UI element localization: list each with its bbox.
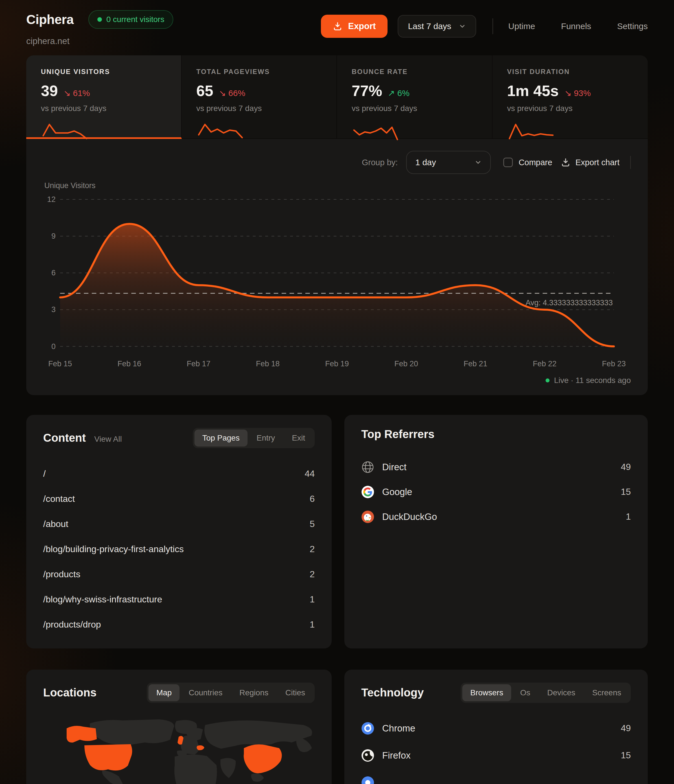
- stat-delta-value: 66%: [228, 89, 245, 98]
- nav-item-uptime[interactable]: Uptime: [508, 22, 535, 31]
- tab-screens[interactable]: Screens: [584, 684, 629, 701]
- stat-label: TOTAL PAGEVIEWS: [196, 68, 322, 76]
- page-path: /contact: [43, 494, 75, 504]
- nav-item-settings[interactable]: Settings: [617, 22, 648, 31]
- browser-icon: [361, 776, 374, 784]
- referrer-name: DuckDuckGo: [382, 512, 437, 522]
- page-row[interactable]: /blog/building-privacy-first-analytics2: [43, 537, 315, 562]
- y-tick: 12: [47, 195, 56, 204]
- locations-title: Locations: [43, 686, 96, 699]
- referrers-title: Top Referrers: [361, 428, 434, 440]
- average-label: Avg: 4.333333333333333: [525, 299, 613, 307]
- live-status: Live · 11 seconds ago: [43, 376, 631, 388]
- map-region-canada: [90, 719, 174, 745]
- tab-regions[interactable]: Regions: [231, 684, 276, 701]
- export-button[interactable]: Export: [321, 15, 388, 38]
- world-map[interactable]: [37, 709, 332, 784]
- stat-total-pageviews[interactable]: TOTAL PAGEVIEWS 65 ↘ 66% vs previous 7 d…: [182, 55, 337, 139]
- tab-os[interactable]: Os: [512, 684, 538, 701]
- compare-checkbox[interactable]: [503, 157, 513, 167]
- referrer-name: Google: [382, 487, 412, 497]
- globe-icon: [361, 460, 374, 474]
- page-path: /products/drop: [43, 619, 101, 630]
- site-identity: Ciphera 0 current visitors ciphera.net: [26, 10, 173, 46]
- chart-controls: Group by: 1 day Compare Export chart: [43, 151, 631, 174]
- referrer-name: Direct: [382, 462, 407, 473]
- header: Ciphera 0 current visitors ciphera.net E…: [26, 10, 648, 46]
- referrer-row-direct[interactable]: Direct 49: [361, 455, 631, 479]
- sparkline-chart: [41, 118, 89, 141]
- referrer-count: 1: [626, 512, 631, 522]
- stat-value: 1m 45s: [507, 82, 559, 100]
- tab-top-pages[interactable]: Top Pages: [194, 429, 247, 446]
- x-tick: Feb 20: [394, 359, 418, 368]
- x-tick: Feb 15: [48, 359, 72, 368]
- group-by-dropdown[interactable]: 1 day: [406, 151, 491, 174]
- sparkline-chart: [352, 118, 400, 141]
- referrer-count: 15: [621, 487, 631, 497]
- compare-control: Compare: [503, 157, 552, 167]
- stat-label: UNIQUE VISITORS: [41, 68, 166, 76]
- x-tick: Feb 23: [602, 359, 626, 368]
- x-tick: Feb 16: [117, 359, 141, 368]
- date-range-dropdown[interactable]: Last 7 days: [398, 15, 476, 37]
- tab-countries[interactable]: Countries: [181, 684, 230, 701]
- page-row[interactable]: /blog/why-swiss-infrastructure1: [43, 587, 315, 612]
- stat-visit-duration[interactable]: VISIT DURATION 1m 45s ↘ 93% vs previous …: [492, 55, 648, 139]
- date-range-value: Last 7 days: [408, 22, 451, 31]
- nav-item-funnels[interactable]: Funnels: [561, 22, 591, 31]
- stat-delta-value: 93%: [574, 89, 591, 98]
- export-chart-button[interactable]: Export chart: [561, 157, 620, 167]
- trend-up-icon: ↗: [388, 89, 395, 98]
- view-all-link[interactable]: View All: [94, 435, 122, 444]
- google-icon: [361, 485, 374, 498]
- stat-value: 39: [41, 82, 58, 100]
- controls-divider: [630, 156, 631, 169]
- trend-down-icon: ↘: [564, 89, 572, 98]
- browser-row-firefox[interactable]: Firefox 15: [361, 742, 631, 769]
- y-tick: 0: [51, 342, 56, 351]
- page-row[interactable]: /products2: [43, 562, 315, 587]
- stat-compare-label: vs previous 7 days: [41, 104, 166, 113]
- y-tick: 9: [51, 232, 56, 240]
- current-visitors-label: 0 current visitors: [106, 15, 164, 24]
- page-count: 2: [310, 544, 315, 554]
- chevron-down-icon: [474, 159, 482, 166]
- tab-entry[interactable]: Entry: [248, 429, 283, 446]
- stat-label: BOUNCE RATE: [352, 68, 477, 76]
- locations-card: Locations Map Countries Regions Cities: [26, 670, 332, 784]
- tab-devices[interactable]: Devices: [539, 684, 583, 701]
- stat-compare-label: vs previous 7 days: [352, 104, 477, 113]
- compare-label: Compare: [519, 158, 552, 167]
- map-country-usa: [84, 744, 132, 770]
- page-count: 2: [310, 569, 315, 580]
- analytics-card: UNIQUE VISITORS 39 ↘ 61% vs previous 7 d…: [26, 55, 648, 395]
- main-chart-section: Group by: 1 day Compare Export chart: [26, 139, 648, 395]
- stat-unique-visitors[interactable]: UNIQUE VISITORS 39 ↘ 61% vs previous 7 d…: [26, 55, 182, 139]
- stat-bounce-rate[interactable]: BOUNCE RATE 77% ↗ 6% vs previous 7 days: [337, 55, 492, 139]
- referrer-row-google[interactable]: Google 15: [361, 479, 631, 504]
- tab-exit[interactable]: Exit: [284, 429, 313, 446]
- technology-tabs: Browsers Os Devices Screens: [461, 683, 631, 703]
- tab-map[interactable]: Map: [149, 684, 180, 701]
- chrome-icon: [361, 722, 374, 735]
- download-icon: [333, 22, 342, 31]
- dashboard-page: Ciphera 0 current visitors ciphera.net E…: [0, 0, 674, 784]
- page-row[interactable]: /about5: [43, 512, 315, 537]
- browser-count: 49: [621, 723, 631, 733]
- page-row[interactable]: /44: [43, 461, 315, 486]
- tab-browsers[interactable]: Browsers: [462, 684, 511, 701]
- map-region-fareast: [297, 737, 312, 752]
- content-title: Content: [43, 431, 86, 444]
- browser-row-chrome[interactable]: Chrome 49: [361, 715, 631, 742]
- x-tick: Feb 22: [533, 359, 557, 368]
- page-row[interactable]: /contact6: [43, 486, 315, 512]
- page-row[interactable]: /products/drop1: [43, 612, 315, 637]
- live-dot-icon: [97, 17, 102, 22]
- x-tick: Feb 19: [325, 359, 349, 368]
- sparkline-chart: [196, 118, 244, 141]
- referrer-row-duckduckgo[interactable]: DuckDuckGo 1: [361, 504, 631, 529]
- browser-row-partial[interactable]: [361, 769, 631, 784]
- content-rows: /44 /contact6 /about5 /blog/building-pri…: [43, 461, 315, 637]
- tab-cities[interactable]: Cities: [278, 684, 313, 701]
